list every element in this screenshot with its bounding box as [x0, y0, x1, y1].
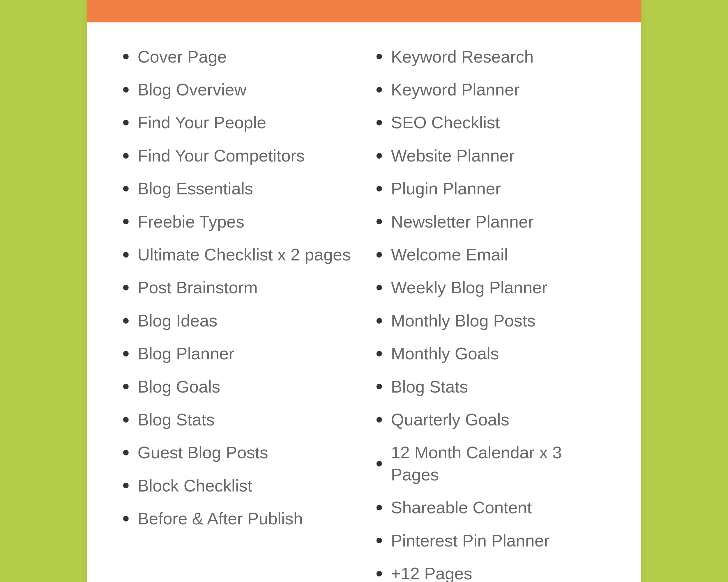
list-item: Blog Ideas — [122, 310, 353, 331]
list-item: Plugin Planner — [375, 177, 606, 199]
list-item: Guest Blog Posts — [122, 441, 353, 463]
list-item: Newsletter Planner — [375, 211, 606, 232]
list-item: Blog Planner — [122, 342, 353, 364]
list-item: Blog Essentials — [122, 177, 353, 199]
right-list: Keyword ResearchKeyword PlannerSEO Check… — [375, 46, 606, 582]
list-item: Welcome Email — [375, 244, 606, 266]
left-column: Cover PageBlog OverviewFind Your PeopleF… — [122, 46, 353, 582]
list-item: Find Your People — [122, 111, 353, 133]
list-item: +12 Pages — [375, 562, 606, 582]
list-item: Before & After Publish — [122, 507, 353, 529]
list-item: Website Planner — [375, 145, 606, 166]
list-item: Keyword Research — [375, 46, 606, 67]
list-item: Blog Overview — [122, 79, 353, 101]
list-item: 12 Month Calendar x 3 Pages — [375, 441, 606, 486]
list-item: Weekly Blog Planner — [375, 276, 606, 298]
list-item: Pinterest Pin Planner — [375, 530, 606, 551]
page-title: What's Included: — [111, 0, 617, 5]
right-column: Keyword ResearchKeyword PlannerSEO Check… — [375, 46, 606, 582]
list-item: Monthly Blog Posts — [375, 310, 606, 331]
list-item: Monthly Goals — [375, 342, 606, 364]
list-item: Blog Stats — [122, 409, 353, 431]
list-item: Ultimate Checklist x 2 pages — [122, 244, 353, 266]
list-item: SEO Checklist — [375, 111, 606, 133]
list-item: Quarterly Goals — [375, 409, 606, 431]
main-card: What's Included: Cover PageBlog Overview… — [87, 0, 641, 582]
list-item: Blog Stats — [375, 376, 606, 397]
list-item: Keyword Planner — [375, 79, 606, 101]
list-item: Freebie Types — [122, 211, 353, 232]
list-item: Block Checklist — [122, 475, 353, 496]
left-list: Cover PageBlog OverviewFind Your PeopleF… — [122, 46, 353, 530]
list-item: Find Your Competitors — [122, 145, 353, 166]
card-body: Cover PageBlog OverviewFind Your PeopleF… — [87, 22, 641, 582]
list-item: Blog Goals — [122, 376, 353, 397]
list-item: Shareable Content — [375, 496, 606, 518]
list-item: Post Brainstorm — [122, 276, 353, 298]
list-item: Cover Page — [122, 46, 353, 67]
card-header: What's Included: — [87, 0, 641, 22]
